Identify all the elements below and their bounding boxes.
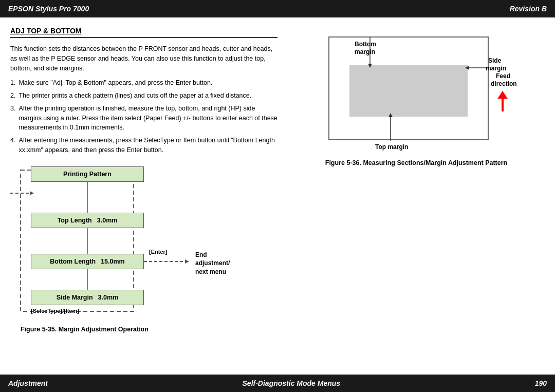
printing-pattern-label: Printing Pattern [63, 171, 112, 178]
flow-diagram: Printing Pattern Top Length 3.0mm Bottom… [10, 162, 247, 322]
selec-type-label: [SelecType]/[Item] [31, 308, 79, 314]
svg-text:Side: Side [488, 57, 502, 64]
footer-page: 190 [535, 379, 547, 387]
header-title: EPSON Stylus Pro 7000 [8, 5, 89, 13]
section-title: ADJ TOP & BOTTOM [10, 27, 278, 38]
footer-left: Adjustment [8, 379, 48, 387]
top-length-label: Top Length [58, 217, 92, 224]
body-text: This function sets the distances between… [10, 44, 278, 73]
end-adjustment-label: Endadjustment/next menu [195, 251, 230, 276]
step-2-text: The printer prints a check pattern (line… [18, 91, 251, 101]
step-3: 3. After the printing operation is finis… [10, 104, 278, 133]
margin-diagram-svg: Bottom margin Side margin Top margin Fee… [308, 32, 524, 155]
footer: Adjustment Self-Diagnostic Mode Menus 19… [0, 375, 555, 392]
step-2: 2. The printer prints a check pattern (l… [10, 91, 278, 101]
svg-text:margin: margin [355, 48, 375, 55]
figure-caption-left: Figure 5-35. Margin Adjustment Operation [21, 326, 278, 333]
step-1-num: 1. [10, 78, 15, 88]
step-4-text: After entering the measurements, press t… [18, 136, 278, 155]
step-3-text: After the printing operation is finished… [18, 104, 278, 133]
step-3-num: 3. [10, 104, 15, 133]
side-margin-value: 3.0mm [98, 294, 119, 301]
svg-text:direction: direction [491, 80, 517, 87]
steps-list: 1. Make sure "Adj. Top & Bottom" appears… [10, 78, 278, 155]
header: EPSON Stylus Pro 7000 Revision B [0, 0, 555, 17]
end-adj-text: Endadjustment/next menu [195, 251, 230, 276]
svg-marker-8 [185, 259, 189, 264]
margin-diagram: Bottom margin Side margin Top margin Fee… [308, 32, 524, 155]
bottom-length-value: 15.0mm [101, 258, 125, 265]
side-margin-box: Side Margin 3.0mm [31, 290, 144, 305]
left-column: ADJ TOP & BOTTOM This function sets the … [10, 27, 278, 369]
svg-text:Feed: Feed [496, 72, 510, 80]
bottom-length-box: Bottom Length 15.0mm [31, 254, 144, 269]
step-1: 1. Make sure "Adj. Top & Bottom" appears… [10, 78, 278, 88]
header-revision: Revision B [510, 5, 547, 13]
svg-rect-10 [349, 65, 468, 117]
step-1-text: Make sure "Adj. Top & Bottom" appears, a… [18, 78, 212, 88]
side-margin-label: Side Margin [57, 294, 93, 301]
right-column: Bottom margin Side margin Top margin Fee… [288, 27, 545, 369]
svg-marker-2 [30, 191, 34, 195]
svg-text:Top margin: Top margin [375, 143, 408, 151]
bottom-length-label: Bottom Length [50, 258, 96, 265]
step-4: 4. After entering the measurements, pres… [10, 136, 278, 155]
enter-annotation: [Enter] [149, 249, 167, 255]
printing-pattern-box: Printing Pattern [31, 166, 144, 182]
step-4-num: 4. [10, 136, 15, 155]
svg-text:Bottom: Bottom [355, 41, 376, 48]
flow-diagram-container: Printing Pattern Top Length 3.0mm Bottom… [10, 162, 278, 333]
top-length-value: 3.0mm [97, 217, 118, 224]
main-content: ADJ TOP & BOTTOM This function sets the … [0, 17, 555, 375]
svg-rect-25 [502, 99, 504, 111]
step-2-num: 2. [10, 91, 15, 101]
top-length-box: Top Length 3.0mm [31, 213, 144, 228]
footer-center: Self-Diagnostic Mode Menus [243, 379, 341, 387]
svg-text:margin: margin [486, 65, 506, 72]
figure-caption-right: Figure 5-36. Measuring Sections/Margin A… [325, 159, 507, 166]
svg-marker-24 [497, 91, 508, 99]
